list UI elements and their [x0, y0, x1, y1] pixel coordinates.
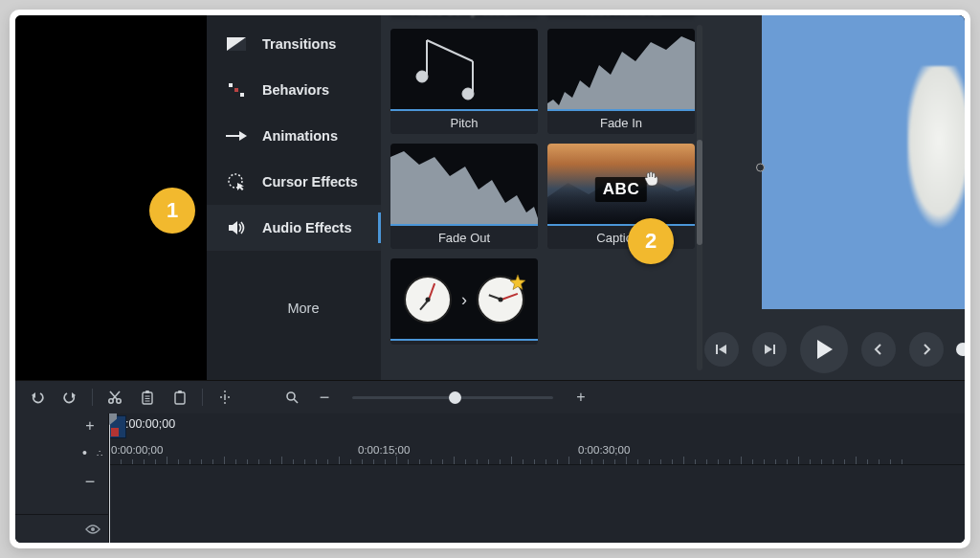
sidebar-item-audio-effects[interactable]: Audio Effects [207, 205, 381, 251]
effects-panel: Audio Compression Noise Removal Pitch [381, 15, 704, 380]
effect-label: Pitch [390, 111, 538, 134]
annotation-callout-2: 2 [628, 218, 674, 264]
svg-rect-4 [240, 93, 244, 97]
svg-rect-3 [234, 88, 238, 92]
ruler-tick-label: 0:00:00;00 [111, 444, 163, 456]
effect-card-captions[interactable]: ABC Captions [547, 144, 695, 249]
play-button[interactable] [800, 325, 848, 373]
prev-frame-button[interactable] [704, 332, 739, 367]
svg-rect-26 [145, 391, 149, 393]
svg-rect-14 [716, 345, 718, 354]
timeline-tracks[interactable]: 0:00:00;00 0:00:00;00 0:00:15;00 0:00:30… [109, 413, 965, 543]
marker-dot-icon: • [82, 445, 87, 460]
star-icon [509, 274, 526, 291]
effects-sidebar: Transitions Behaviors Animations Cursor … [207, 15, 381, 380]
effect-label [390, 341, 538, 345]
preview-canvas[interactable] [724, 15, 965, 319]
zoom-search-icon [281, 387, 302, 408]
scrub-slider[interactable] [961, 347, 965, 351]
add-track-button[interactable]: + [79, 415, 100, 436]
sidebar-item-transitions[interactable]: Transitions [207, 21, 381, 67]
step-back-button[interactable] [861, 332, 896, 367]
svg-marker-13 [510, 275, 525, 290]
svg-marker-18 [817, 340, 833, 359]
sidebar-item-label: Audio Effects [262, 220, 351, 235]
svg-marker-16 [765, 345, 772, 354]
effects-scrollbar[interactable] [697, 25, 702, 370]
svg-line-35 [294, 399, 298, 403]
timeline-section: − + + • ∴ − 0:00:00;00 [15, 380, 965, 543]
effect-thumb [390, 144, 538, 226]
svg-point-11 [462, 88, 474, 100]
animations-icon [226, 130, 247, 142]
svg-rect-30 [175, 392, 185, 404]
behaviors-icon [226, 82, 247, 98]
chevron-right-icon: › [461, 290, 467, 310]
paste-button[interactable] [169, 387, 190, 408]
svg-marker-15 [719, 345, 726, 354]
audio-effects-icon [226, 219, 247, 236]
undo-button[interactable] [27, 387, 48, 408]
svg-rect-17 [773, 345, 775, 354]
effect-card-pitch[interactable]: Pitch [390, 29, 538, 134]
redo-button[interactable] [59, 387, 80, 408]
effect-thumb [547, 29, 695, 111]
ruler-tick-label: 0:00:15;00 [358, 444, 410, 456]
annotation-callout-1: 1 [149, 188, 195, 234]
preview-clip[interactable] [762, 15, 965, 309]
sidebar-item-behaviors[interactable]: Behaviors [207, 67, 381, 113]
transitions-icon [226, 37, 247, 51]
timeline-toolbar: − + [15, 381, 965, 413]
sidebar-item-label: Cursor Effects [262, 174, 358, 190]
copy-button[interactable] [137, 387, 158, 408]
effect-thumb: ABC [547, 144, 695, 226]
sidebar-item-label: Transitions [262, 36, 336, 52]
svg-marker-6 [239, 131, 247, 141]
svg-point-36 [91, 527, 95, 531]
svg-point-34 [287, 392, 295, 400]
effect-card-fade-in[interactable]: Fade In [547, 29, 695, 134]
grab-cursor-icon [642, 168, 661, 188]
captions-badge: ABC [595, 177, 647, 202]
effect-card-audio-compression[interactable]: Audio Compression [390, 15, 538, 19]
split-button[interactable] [214, 387, 235, 408]
svg-point-9 [416, 71, 428, 82]
sidebar-item-more[interactable]: More [207, 285, 381, 331]
cursor-effects-icon [226, 172, 247, 191]
zoom-slider[interactable] [352, 396, 553, 399]
effect-label: Fade Out [390, 226, 538, 249]
sidebar-item-cursor-effects[interactable]: Cursor Effects [207, 159, 381, 205]
sidebar-item-animations[interactable]: Animations [207, 113, 381, 159]
sidebar-item-label: Behaviors [262, 82, 329, 98]
preview-panel [704, 15, 965, 380]
playhead-time: 0:00:00;00 [119, 417, 175, 431]
svg-line-12 [427, 40, 473, 61]
zoom-out-button[interactable]: − [314, 387, 335, 408]
ruler-tick-label: 0:00:30;00 [578, 444, 630, 456]
next-frame-button[interactable] [752, 332, 787, 367]
sidebar-item-label: More [287, 301, 319, 316]
eye-icon[interactable] [85, 524, 100, 535]
marker-cluster-icon: ∴ [97, 448, 100, 458]
effect-card-fade-out[interactable]: Fade Out [390, 144, 538, 249]
remove-track-button[interactable]: − [79, 471, 100, 492]
step-forward-button[interactable] [909, 332, 944, 367]
playhead[interactable] [109, 413, 110, 543]
svg-rect-31 [178, 391, 182, 393]
cut-button[interactable] [104, 387, 125, 408]
timeline-ruler[interactable]: 0:00:00;00 0:00:15;00 0:00:30;00 [109, 438, 965, 465]
svg-rect-2 [229, 83, 233, 87]
timeline: + • ∴ − 0:00:00;00 0:00:00;00 0:00:15;00 [15, 413, 965, 543]
effect-thumb [390, 29, 538, 111]
effect-thumb: › [390, 258, 538, 341]
sidebar-item-label: Animations [262, 128, 338, 144]
effect-label: Fade In [547, 111, 695, 134]
timeline-track-headers: + • ∴ − [15, 413, 109, 543]
playback-controls [704, 319, 965, 380]
resize-handle-left[interactable] [756, 163, 765, 171]
effect-card-noise-removal[interactable]: Noise Removal [547, 15, 695, 19]
zoom-in-button[interactable]: + [570, 387, 591, 408]
effect-card-clip-speed[interactable]: › [390, 258, 538, 345]
